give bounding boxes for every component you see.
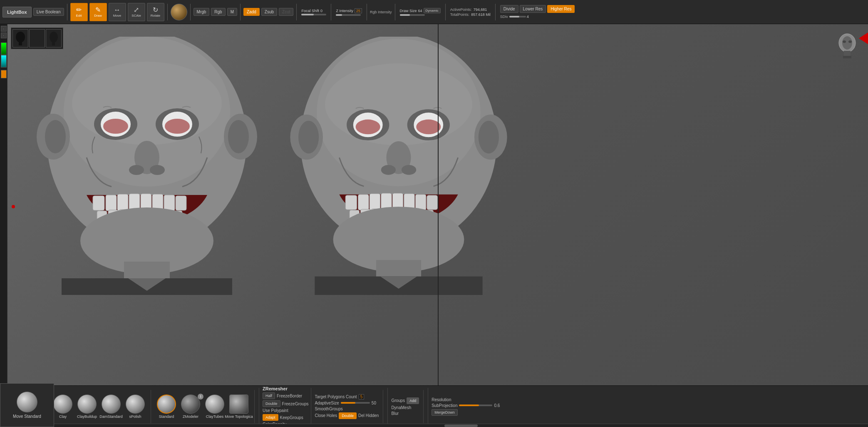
svg-rect-42 [162, 210, 172, 225]
dynamic-button[interactable]: Dynamic [424, 8, 441, 13]
edit-button[interactable]: ✏ Edit [70, 3, 88, 21]
draw-label: Draw [94, 14, 102, 17]
svg-rect-67 [381, 193, 392, 210]
tool-damstandard[interactable]: DamStandard [100, 395, 122, 419]
thumbnail-3[interactable] [46, 29, 62, 47]
svg-point-18 [228, 120, 249, 153]
toolbar-separator-10 [495, 4, 496, 20]
tool-sphere-claytubes [205, 395, 224, 414]
higher-res-button[interactable]: Higher Res [547, 5, 575, 13]
m-button[interactable]: M [227, 8, 237, 16]
thumbnail-1[interactable] [12, 29, 28, 47]
zadd-button[interactable]: Zadd [243, 8, 260, 16]
smooth-groups-label: SmoothGroups [315, 407, 342, 411]
svg-point-22 [162, 112, 192, 137]
move-button[interactable]: ↔ Move [109, 3, 126, 21]
svg-point-48 [300, 37, 497, 248]
svg-rect-33 [152, 194, 163, 211]
tool-label-clay: Clay [59, 415, 67, 419]
tool-movetopological[interactable]: Move Topologica [228, 395, 250, 419]
active-points-label: ActivePoints: [450, 7, 472, 12]
standard-tools-group: Standard 1 ZModeler ClayTubes Move Topol… [155, 395, 250, 419]
focal-shift-slider[interactable] [301, 14, 326, 15]
svg-rect-82 [315, 277, 482, 295]
bottom-separator-2 [254, 390, 255, 423]
svg-rect-1 [19, 42, 22, 45]
keep-groups-label: KeepGroups [280, 415, 303, 420]
tool-claytubes[interactable]: ClayTubes [203, 395, 226, 419]
tool-spolish[interactable]: sPolish [124, 395, 146, 419]
tool-zmodeler[interactable]: 1 ZModeler [179, 395, 202, 419]
scale-button[interactable]: ⤢ SCAle [128, 3, 145, 21]
color-green-strip[interactable] [1, 42, 7, 55]
toolbar-separator-4 [240, 4, 241, 20]
draw-size-slider[interactable] [400, 14, 425, 16]
tool-claybuildup[interactable]: ClayBuildup [76, 395, 98, 419]
red-indicator [12, 205, 15, 208]
double-button[interactable]: Double [263, 400, 280, 407]
tool-clay[interactable]: Clay [52, 395, 74, 419]
rotate-button[interactable]: ↻ Rotate [147, 3, 164, 21]
groups-label: Groups [391, 398, 405, 403]
svg-rect-73 [361, 209, 371, 223]
svg-point-4 [50, 32, 58, 42]
double-close-holes-button[interactable]: Double [339, 412, 357, 419]
mrgb-button[interactable]: Mrgb [193, 8, 210, 16]
svg-marker-83 [380, 277, 417, 289]
zremesher-label: ZRemesher [263, 386, 288, 391]
tool-sphere-damstandard [102, 395, 121, 414]
tool-standard[interactable]: Standard [155, 395, 178, 419]
add-button[interactable]: Add [407, 397, 419, 404]
svg-rect-81 [376, 260, 421, 293]
svg-rect-3 [35, 42, 38, 45]
left-tool-1[interactable]: · [1, 26, 7, 32]
toolbar-separator-1 [67, 4, 67, 20]
right-head-sculpture [274, 37, 523, 295]
material-sphere[interactable] [171, 4, 187, 20]
svg-rect-38 [119, 210, 129, 225]
tool-label-damstandard: DamStandard [99, 415, 123, 419]
divide-button[interactable]: Divide [500, 5, 518, 13]
adaptive-size-value: 50 [372, 401, 376, 405]
main-area: · · [0, 24, 868, 385]
adapt-button[interactable]: Adapt [263, 414, 278, 421]
merge-down-button[interactable]: MergeDown [432, 409, 458, 416]
half-button[interactable]: Half [263, 392, 275, 399]
sdiv-control[interactable]: 4 [509, 15, 529, 19]
svg-point-49 [317, 39, 480, 186]
svg-point-44 [80, 207, 213, 274]
svg-rect-71 [427, 195, 438, 210]
canvas-area [7, 24, 868, 385]
left-tool-2[interactable]: · [1, 32, 7, 38]
color-orange-strip[interactable] [1, 70, 7, 78]
svg-point-25 [134, 141, 159, 174]
svg-rect-74 [371, 209, 381, 223]
zcut-button[interactable]: Zcut [279, 8, 293, 16]
thumbnail-2[interactable] [29, 29, 45, 47]
rgb-intensity-label: Rgb Intensity [370, 10, 392, 14]
move-standard-label: Move Standard [13, 414, 41, 419]
adaptive-size-slider[interactable] [341, 402, 370, 404]
draw-size-value: 64 [418, 9, 422, 13]
tool-sphere-clay [53, 395, 72, 414]
bottom-separator-1 [151, 390, 151, 423]
svg-point-63 [402, 165, 416, 175]
rgb-button[interactable]: Rgb [211, 8, 225, 16]
draw-button[interactable]: ✎ Draw [89, 3, 107, 21]
lightbox-button[interactable]: LightBox [2, 7, 32, 17]
zsub-button[interactable]: Zsub [261, 8, 277, 16]
live-boolean-button[interactable]: Live Boolean [33, 8, 64, 16]
lower-res-button[interactable]: Lower Res [520, 5, 546, 13]
svg-rect-64 [345, 195, 357, 210]
left-head-sculpture [20, 37, 274, 295]
z-intensity-value: 25 [355, 8, 362, 13]
svg-rect-41 [151, 210, 161, 225]
draw-icon: ✎ [95, 7, 101, 13]
sub-projection-value: 0.6 [494, 403, 500, 408]
z-intensity-slider[interactable] [336, 14, 361, 16]
color-cyan-strip[interactable] [1, 55, 7, 67]
svg-point-57 [353, 112, 383, 137]
bottom-scrollbar[interactable] [54, 424, 868, 427]
navigator-icon[interactable] [835, 32, 860, 62]
sub-projection-slider[interactable] [459, 405, 492, 406]
